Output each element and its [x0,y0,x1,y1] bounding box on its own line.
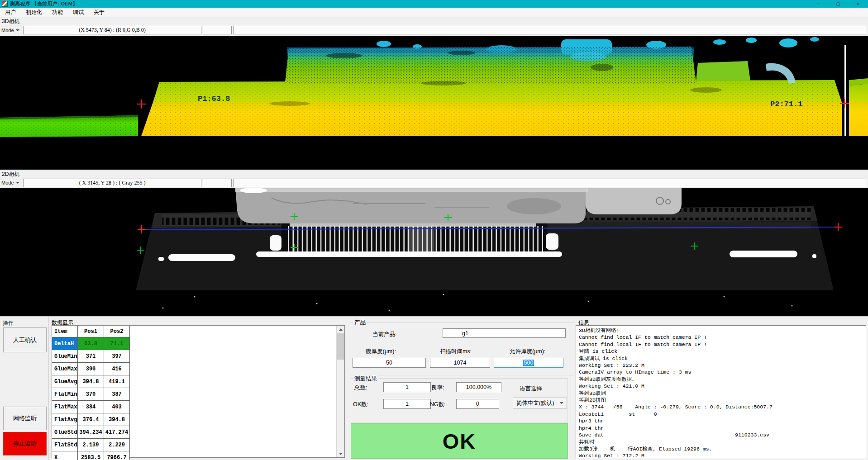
camera2d-viewport[interactable] [0,188,868,316]
table-header-cell: Pos1 [78,326,104,337]
data-display-listbox[interactable]: ItemPos1Pos2 DeltaH63.871.1GlueMin371397… [52,325,345,458]
table-row[interactable]: FlatMin370387 [52,388,130,401]
table-scrollbar[interactable] [336,326,344,457]
scroll-up-icon[interactable] [337,326,344,333]
table-cell: DeltaH [52,337,78,350]
result-status-banner: OK [351,423,568,459]
table-row[interactable]: GlueAvg394.8419.1 [52,375,130,388]
log-line: X : 3744 /58 Angle : -0.279, Score : 0.0… [579,403,863,410]
table-cell: GlueStd [52,426,78,438]
grayscale-2d-image [0,188,868,316]
log-line: hpr3 thr [579,417,863,424]
film-thickness-label: 膜厚度(μm): [366,348,396,356]
menu-item[interactable]: 初始化 [21,8,47,17]
table-row[interactable]: FlatMax384403 [52,401,130,413]
table-cell: 7966.7 [104,451,130,460]
table-cell: 403 [104,401,130,413]
allow-thickness-field[interactable]: 500 [494,358,563,368]
ok-count-label: OK数: [353,401,368,408]
camera3d-viewport[interactable]: P1:63.8 P2:71.1 [0,36,868,170]
current-product-field[interactable]: g1 [443,328,566,338]
mode-label: Mode [1,28,14,33]
log-line: Working Set : 712.2 M [579,452,863,458]
table-cell: 384 [78,401,104,413]
log-line: 3D相机没有网络! [579,327,863,334]
table-row[interactable]: GlueStd394.234417.274 [52,426,130,439]
table-row[interactable]: FlatStd2.1392.229 [52,439,130,451]
window-controls: ─ ▢ ✕ [808,0,868,8]
table-cell: 71.1 [104,337,130,350]
log-line: Working Set : 223.2 M [579,362,863,369]
status-segment [203,179,232,187]
camera2d-mode-dropdown[interactable]: Mode [1,180,23,185]
log-line: LocateLi st 0 [579,411,863,417]
camera2d-section-label: 2D相机 [2,171,19,178]
language-select-dropdown[interactable]: 简体中文(默认) [513,398,567,408]
scan-time-field[interactable]: 1074 [430,358,490,368]
window-title: 测高程序 【当前用户: OEM】 [10,0,78,7]
camera2d-cursor-status: ( X 3145, Y 28 ) : ( Gray 255 ) [23,179,201,187]
app-icon [2,1,8,7]
status-segment [233,179,866,187]
table-cell: GlueMax [52,363,78,375]
table-cell: 2.139 [78,439,104,451]
minimize-button[interactable]: ─ [808,0,828,8]
info-log[interactable]: 3D相机没有网络!Cannot find local IF to match c… [576,325,866,458]
camera3d-section-label: 3D相机 [2,18,19,25]
table-cell: 419.1 [104,375,130,388]
log-line: Cannot find local IF to match camera IP … [579,334,863,341]
status-segment [233,26,866,34]
table-cell: FlatMin [52,388,78,400]
log-line: 等到2D拼图 [579,397,863,403]
table-row[interactable]: X2583.57966.7 [52,451,130,460]
camera2d-mode-bar: Mode ( X 3145, Y 28 ) : ( Gray 255 ) [0,178,868,188]
allow-thickness-label: 允许厚度(μm): [510,348,545,356]
menu-item[interactable]: 调试 [68,8,89,17]
close-button[interactable]: ✕ [848,0,868,8]
log-line: 集成调试 is click [579,355,863,362]
film-thickness-field[interactable]: 50 [353,358,426,368]
table-header-cell: Item [52,326,78,337]
scan-time-label: 扫描时间ms: [440,348,472,356]
network-listen-button[interactable]: 网络监听 [3,407,47,430]
manual-confirm-button[interactable]: 人工确认 [3,327,47,352]
p2-measurement-label: P2:71.1 [770,100,802,109]
menu-item[interactable]: 功能 [47,8,68,17]
measurement-table: ItemPos1Pos2 DeltaH63.871.1GlueMin371397… [52,326,130,460]
table-cell: 371 [78,350,104,362]
table-row[interactable]: GlueMax390416 [52,363,130,375]
left-green-strip [0,115,138,137]
ok-count-field[interactable]: 1 [383,399,431,409]
table-cell: FlatStd [52,439,78,451]
stop-listen-button[interactable]: 停止监听 [3,432,47,455]
mode-label: Mode [1,180,14,185]
total-count-field[interactable]: 1 [383,382,431,392]
panel-divider [48,317,49,460]
menu-item[interactable]: 关于 [89,8,110,17]
camera3d-mode-dropdown[interactable]: Mode [1,28,23,33]
scroll-down-icon[interactable] [337,450,344,457]
table-row[interactable]: GlueMin371397 [52,350,130,363]
table-cell: 394.8 [104,413,130,426]
yield-field[interactable]: 100.000% [456,382,501,392]
dropdown-arrow-icon [560,402,563,404]
selected-text: 500 [523,360,534,366]
log-line: Cannot find local IF to match camera IP … [579,341,863,348]
table-row[interactable]: FlatAvg376.4394.8 [52,413,130,426]
log-line: 等到3D取到灰度图数据。 [579,376,863,383]
log-line: CameraIV array to HImage time : 3 ms [579,369,863,375]
camera3d-cursor-status: (X 5473, Y 84) : (R 0,G 0,B 0) [23,26,201,34]
language-value: 简体中文(默认) [516,399,554,407]
table-cell: 2583.5 [78,451,104,460]
log-line: 登陆 is click [579,348,863,355]
maximize-button[interactable]: ▢ [828,0,848,8]
log-line: 共耗时 [579,439,863,446]
scrollbar-thumb[interactable] [337,333,344,360]
ng-count-field[interactable]: 0 [456,399,499,409]
table-cell: 397 [104,350,130,362]
table-row[interactable]: DeltaH63.871.1 [52,337,130,350]
title-bar[interactable]: 测高程序 【当前用户: OEM】 ─ ▢ ✕ [0,0,868,8]
menu-item[interactable]: 用户 [0,8,21,17]
p1-measurement-label: P1:63.8 [198,95,230,103]
heightmap-3d-image: P1:63.8 P2:71.1 [0,36,868,170]
